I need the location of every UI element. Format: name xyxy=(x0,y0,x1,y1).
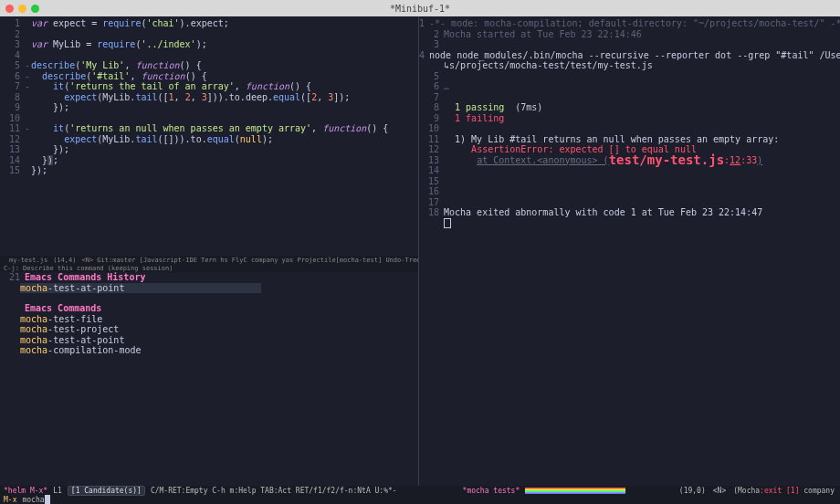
helm-panel[interactable]: 21Emacs Commands History mocha-test-at-p… xyxy=(0,272,418,484)
code-line[interactable]: 1 var expect = require('chai').expect; xyxy=(0,18,418,29)
output-line: 9 1 failing xyxy=(419,113,840,124)
nyan-icon xyxy=(525,488,625,494)
code-line[interactable]: 10 xyxy=(0,113,418,124)
right-buffer-name: *mocha tests* xyxy=(463,487,520,495)
output-line: 5 xyxy=(419,71,840,82)
compilation-buffer[interactable]: 1-*- mode: mocha-compilation; default-di… xyxy=(419,16,840,230)
mx-prompt: M-x xyxy=(4,496,16,504)
code-line[interactable]: 15 }); xyxy=(0,165,418,176)
helm-prompt-hint: C-j: Describe this command (keeping sess… xyxy=(0,264,418,272)
helm-help: C/M-RET:Empty C-h m:Help TAB:Act RET/f1/… xyxy=(151,487,397,495)
right-n: <N> xyxy=(713,487,726,495)
code-line[interactable]: 6- describe('#tail', function() { xyxy=(0,71,418,82)
window-titlebar: *Minibuf-1* xyxy=(0,0,840,16)
helm-candidate[interactable]: mocha-compilation-mode xyxy=(0,345,418,356)
code-line[interactable]: 5-describe('My Lib', function() { xyxy=(0,60,418,71)
right-pos: (19,0) xyxy=(679,487,706,495)
output-line: 3 xyxy=(419,39,840,50)
output-line: 1-*- mode: mocha-compilation; default-di… xyxy=(419,18,840,29)
output-line: 7 xyxy=(419,92,840,103)
right-mode: (Mocha xyxy=(733,487,760,495)
output-line: 18Mocha exited abnormally with code 1 at… xyxy=(419,207,840,218)
helm-buffer-name: *helm M-x* xyxy=(4,487,47,495)
window-title: *Minibuf-1* xyxy=(0,4,840,14)
helm-candidate[interactable]: mocha-test-project xyxy=(0,324,418,335)
zoom-icon[interactable] xyxy=(31,5,39,13)
right-pane: 1-*- mode: mocha-compilation; default-di… xyxy=(419,16,840,486)
exit-status: :exit [1] xyxy=(760,487,799,495)
helm-line: L1 xyxy=(53,487,62,495)
helm-gutter: 21 xyxy=(0,272,25,283)
source-buffer[interactable]: 1 var expect = require('chai').expect;2 … xyxy=(0,16,418,176)
output-line: 2Mocha started at Tue Feb 23 22:14:46 xyxy=(419,29,840,40)
output-line: 6… xyxy=(419,81,840,92)
statusbar: *helm M-x* L1 [1 Candidate(s)] C/M-RET:E… xyxy=(0,486,840,504)
code-line[interactable]: 12 expect(MyLib.tail([])).to.equal(null)… xyxy=(0,134,418,145)
left-pane: 1 var expect = require('chai').expect;2 … xyxy=(0,16,419,486)
code-line[interactable]: 11- it('returns an null when passes an e… xyxy=(0,123,418,134)
helm-history-header: Emacs Commands History xyxy=(25,272,145,283)
code-line[interactable]: 4 xyxy=(0,50,418,61)
editor-frame: 1 var expect = require('chai').expect;2 … xyxy=(0,16,840,486)
output-line: 16 xyxy=(419,186,840,197)
output-line: 13 at Context.<anonymous> (test/my-test.… xyxy=(419,155,840,166)
minimize-icon[interactable] xyxy=(18,5,26,13)
modeline-left: my-test.js (14,4) <N> Git:master [Javasc… xyxy=(0,256,418,264)
code-line[interactable]: 13 }); xyxy=(0,144,418,155)
output-line: 4node node_modules/.bin/mocha --recursiv… xyxy=(419,50,840,61)
code-line[interactable]: 7- it('returns the tail of an array', fu… xyxy=(0,81,418,92)
helm-candidate[interactable]: mocha-test-at-point xyxy=(0,283,418,294)
candidate-count: [1 Candidate(s)] xyxy=(68,486,145,496)
output-line: 11 1) My Lib #tail returns an null when … xyxy=(419,134,840,145)
output-line xyxy=(419,218,840,231)
code-line[interactable]: 3 var MyLib = require('../index'); xyxy=(0,39,418,50)
code-line[interactable]: 14 }); xyxy=(0,155,418,166)
close-icon[interactable] xyxy=(5,5,14,13)
output-line: 8 1 passing (7ms) xyxy=(419,102,840,113)
modeline-file: my-test.js xyxy=(9,257,47,264)
output-line: ↳s/projects/mocha-test/test/my-test.js xyxy=(419,60,840,71)
mx-input[interactable]: mocha xyxy=(22,495,49,504)
helm-candidate[interactable]: mocha-test-at-point xyxy=(0,335,418,346)
modeline-tail: <N> Git:master [Javascript-IDE Tern hs F… xyxy=(81,257,418,264)
output-line: 17 xyxy=(419,197,840,208)
output-line: 15 xyxy=(419,176,840,187)
code-line[interactable]: 8 expect(MyLib.tail([1, 2, 3])).to.deep.… xyxy=(0,92,418,103)
helm-commands-header: Emacs Commands xyxy=(25,303,101,314)
output-line: 14 xyxy=(419,165,840,176)
helm-candidate[interactable]: mocha-test-file xyxy=(0,314,418,325)
code-line[interactable]: 2 xyxy=(0,29,418,40)
modeline-pos: (14,4) xyxy=(53,257,76,264)
code-line[interactable]: 9 }); xyxy=(0,102,418,113)
right-tail: company xyxy=(799,487,835,495)
cursor-icon xyxy=(45,495,50,504)
output-line: 10 xyxy=(419,123,840,134)
